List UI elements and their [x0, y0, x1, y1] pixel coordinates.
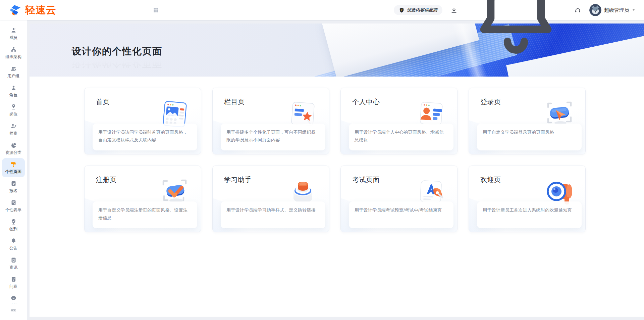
shield-v-icon [399, 7, 405, 13]
sidebar-item-teacher[interactable]: 师资 [2, 120, 25, 139]
card-title: 首页 [96, 97, 110, 106]
sidebar-item-resource[interactable]: 资源分类 [2, 139, 25, 158]
main-content: 首页 用于设计学员访问学员端时首页的页面风格，自由定义模块样式及关联内容 栏目页… [30, 77, 644, 317]
navbar-right: 优质内容供应商 25 超级管理员 [394, 0, 635, 60]
sidebar-item-member[interactable]: 成员 [2, 24, 25, 43]
sidebar-item-news[interactable]: 资讯 [2, 254, 25, 273]
caret-down-icon [632, 8, 635, 12]
brand-logo[interactable]: 轻速云 [9, 3, 56, 17]
card-study-assistant[interactable]: 学习助手 用于设计学员端学习助手样式、定义跳转链接 [212, 166, 329, 232]
sidebar-item-user-group[interactable]: 用户组 [2, 62, 25, 82]
apps-grid-icon[interactable] [153, 7, 159, 13]
card-title: 栏目页 [224, 97, 245, 106]
sidebar-item-label: 个性页面 [5, 169, 21, 175]
paint-roller-icon [10, 161, 17, 168]
banner-title-reflection: 设计你的个性化页面 [72, 57, 162, 70]
top-navbar: 轻速云 优质内容供应商 25 超级管理员 [0, 0, 644, 20]
card-title: 个人中心 [352, 97, 380, 106]
page-title: 设计你的个性化页面 [72, 45, 162, 58]
card-title: 学习助手 [224, 175, 252, 184]
page-card-grid: 首页 用于设计学员访问学员端时首页的页面风格，自由定义模块样式及关联内容 栏目页… [84, 88, 586, 232]
sidebar-item-label: 组织架构 [5, 54, 21, 60]
headset-icon[interactable] [574, 7, 581, 14]
supplier-badge[interactable]: 优质内容供应商 [394, 5, 442, 15]
download-icon[interactable] [450, 7, 458, 14]
news-icon [10, 257, 17, 263]
sidebar-item-role[interactable]: 角色 [2, 82, 25, 101]
card-home-page[interactable]: 首页 用于设计学员访问学员端时首页的页面风格，自由定义模块样式及关联内容 [84, 88, 201, 154]
card-title: 考试页面 [352, 175, 380, 184]
sidebar-item-label: 问卷 [9, 284, 17, 289]
sidebar-item-label: 用户组 [7, 73, 19, 79]
collapse-sidebar-icon[interactable] [10, 307, 17, 314]
sidebar-item-label: 报名 [9, 188, 17, 194]
sidebar-item-label: 资讯 [9, 265, 17, 270]
signup-icon [10, 180, 17, 187]
sidebar-item-label: 资源分类 [5, 150, 21, 155]
card-title: 注册页 [96, 175, 117, 184]
org-icon [10, 46, 17, 53]
bell-icon [466, 0, 566, 60]
community-icon [10, 295, 17, 302]
role-icon [10, 85, 17, 91]
card-login-page[interactable]: 登录页 用于自定义学员端登录页的页面风格 [469, 88, 586, 154]
user-name: 超级管理员 [604, 7, 629, 13]
card-description: 用于自定义学员端注册页的页面风格、设置注册信息 [93, 201, 197, 228]
brand-logo-icon [9, 3, 22, 17]
sidebar-item-label: 个性表单 [5, 207, 21, 213]
sidebar-item-label: 成员 [9, 35, 17, 41]
card-welcome-page[interactable]: 欢迎页 用于设计新员工首次进入系统时的欢迎通知页 [469, 166, 586, 232]
notifications-button[interactable]: 25 [466, 0, 566, 60]
form-icon [10, 199, 17, 206]
sidebar-item-label: 师资 [9, 131, 17, 136]
card-description: 用于自定义学员端登录页的页面风格 [477, 124, 582, 150]
sidebar-item-post[interactable]: 岗位 [2, 101, 25, 120]
card-description: 用于设计新员工首次进入系统时的欢迎通知页 [477, 201, 582, 228]
card-description: 用于搭建多个个性化子页面，可向不同组织权限的学员展示不同页面内容 [221, 124, 325, 150]
user-group-icon [10, 65, 17, 72]
member-icon [10, 27, 17, 34]
sidebar-item-signup[interactable]: 报名 [2, 177, 25, 196]
pie-icon [10, 142, 17, 148]
brand-logo-text: 轻速云 [25, 3, 56, 17]
avatar [589, 4, 601, 16]
sidebar-item-checkin[interactable]: 签到 [2, 216, 25, 235]
card-description: 用于设计学员访问学员端时首页的页面风格，自由定义模块样式及关联内容 [93, 124, 197, 150]
post-icon [10, 104, 17, 110]
card-description: 用于设计学员端学习助手样式、定义跳转链接 [221, 201, 325, 228]
sidebar: 成员 组织架构 用户组 角色 岗位 师资 资源分类 个性页面 报名 个性表单 签… [0, 20, 27, 320]
sidebar-item-survey[interactable]: 问卷 [2, 273, 25, 292]
card-description: 用于设计学员端个人中心的页面风格、增减信息模块 [349, 124, 453, 150]
sidebar-item-custom-page[interactable]: 个性页面 [2, 158, 25, 177]
sidebar-list: 成员 组织架构 用户组 角色 岗位 师资 资源分类 个性页面 报名 个性表单 签… [0, 20, 27, 311]
app-screen: 轻速云 优质内容供应商 25 超级管理员 成员 [0, 0, 644, 320]
supplier-badge-label: 优质内容供应商 [407, 7, 437, 13]
sidebar-footer [0, 304, 27, 320]
sidebar-item-label: 角色 [9, 92, 17, 98]
sidebar-item-label: 公告 [9, 245, 17, 251]
card-exam-page[interactable]: 考试页面 用于设计学员端考试预览/考试中/考试结束页 [340, 166, 458, 232]
sidebar-item-label: 签到 [9, 226, 17, 232]
checkin-icon [10, 219, 17, 225]
teacher-icon [10, 123, 17, 129]
card-title: 欢迎页 [480, 175, 501, 184]
card-column-page[interactable]: 栏目页 用于搭建多个个性化子页面，可向不同组织权限的学员展示不同页面内容 [212, 88, 329, 154]
announce-icon [10, 238, 17, 244]
sidebar-item-announce[interactable]: 公告 [2, 235, 25, 254]
card-register-page[interactable]: 注册页 用于自定义学员端注册页的页面风格、设置注册信息 [84, 166, 201, 232]
card-personal-center[interactable]: 个人中心 用于设计学员端个人中心的页面风格、增减信息模块 [340, 88, 458, 154]
sidebar-item-custom-form[interactable]: 个性表单 [2, 196, 25, 216]
card-title: 登录页 [480, 97, 501, 106]
sidebar-item-org[interactable]: 组织架构 [2, 43, 25, 62]
card-description: 用于设计学员端考试预览/考试中/考试结束页 [349, 201, 453, 228]
user-menu[interactable]: 超级管理员 [589, 4, 635, 16]
survey-icon [10, 276, 17, 282]
sidebar-item-label: 岗位 [9, 111, 17, 117]
